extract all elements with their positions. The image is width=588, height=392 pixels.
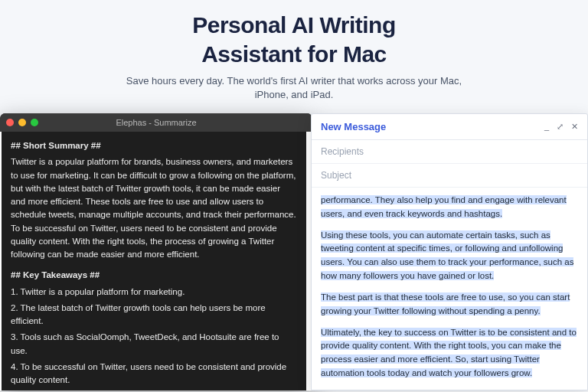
summarize-titlebar[interactable]: Elephas - Summarize — [0, 113, 312, 132]
mail-header: New Message _ ⤢ ✕ — [312, 114, 587, 140]
subject-field[interactable]: Subject — [312, 164, 587, 188]
key-item: 4. To be successful on Twitter, users ne… — [11, 361, 297, 387]
hero-subtitle-line1: Save hours every day. The world's first … — [126, 75, 462, 87]
mail-paragraph: Ultimately, the key to success on Twitte… — [321, 328, 577, 377]
mail-expand-icon[interactable]: ⤢ — [557, 122, 564, 132]
key-item: 2. The latest batch of Twitter growth to… — [11, 302, 297, 328]
mail-paragraph: performance. They also help you find and… — [321, 195, 567, 218]
mail-minimize-icon[interactable]: _ — [544, 122, 549, 132]
recipients-field[interactable]: Recipients — [312, 140, 587, 164]
mail-body[interactable]: performance. They also help you find and… — [312, 188, 587, 390]
hero-subtitle-line2: iPhone, and iPad. — [255, 89, 334, 100]
summarize-content: ## Short Summary ## Twitter is a popular… — [0, 132, 312, 390]
short-summary-body: Twitter is a popular platform for brands… — [11, 155, 297, 261]
hero-title: Personal AI Writing Assistant for Mac — [0, 11, 588, 68]
summarize-window: Elephas - Summarize ## Short Summary ## … — [0, 113, 312, 390]
key-item: 5. The right tools can make the process … — [11, 390, 297, 390]
short-summary-heading: ## Short Summary ## — [11, 139, 297, 152]
hero: Personal AI Writing Assistant for Mac Sa… — [0, 0, 588, 102]
key-takeaways-heading: ## Key Takeaways ## — [11, 269, 297, 282]
mail-paragraph: The best part is that these tools are fr… — [321, 292, 570, 315]
hero-title-line1: Personal AI Writing — [192, 12, 396, 38]
hero-title-line2: Assistant for Mac — [201, 40, 387, 69]
key-item: 3. Tools such as SocialOomph, TweetDeck,… — [11, 331, 297, 358]
mail-paragraph: Using these tools, you can automate cert… — [321, 230, 573, 280]
hero-subtitle: Save hours every day. The world's first … — [0, 74, 588, 102]
mail-close-icon[interactable]: ✕ — [571, 122, 578, 132]
mail-compose-window: 1 of 128 ‹ › New Message _ ⤢ ✕ Recipient… — [311, 113, 588, 390]
summarize-window-title: Elephas - Summarize — [0, 118, 312, 127]
mail-new-message-title: New Message — [321, 121, 386, 132]
mail-window-controls: _ ⤢ ✕ — [544, 122, 578, 132]
key-item: 1. Twitter is a popular platform for mar… — [11, 286, 297, 299]
